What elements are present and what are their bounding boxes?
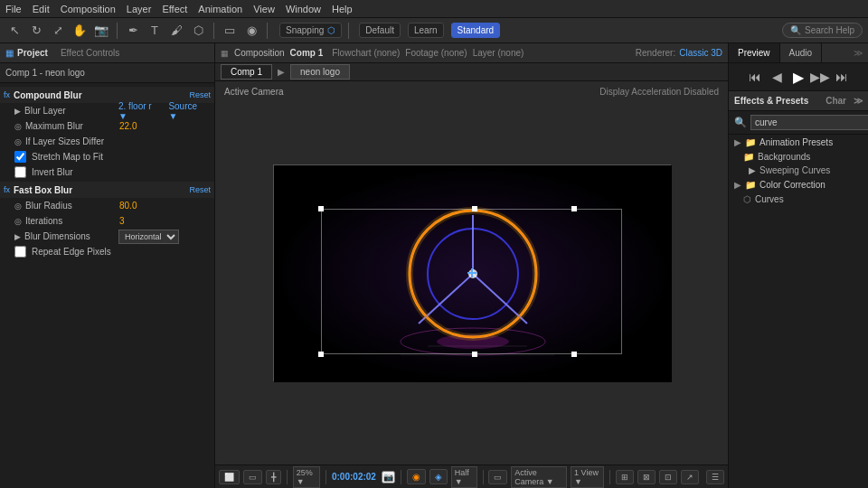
vc-guide[interactable]: ╋ — [266, 470, 281, 484]
transform-handle-bm[interactable] — [472, 352, 477, 357]
text-tool[interactable]: T — [146, 22, 164, 40]
stamp-tool[interactable]: ⬡ — [189, 22, 207, 40]
stretch-map-checkbox[interactable] — [14, 151, 26, 163]
viewer-camera-label: Active Camera — [224, 87, 284, 97]
effect-controls-panel[interactable]: fx Compound Blur Reset ▶ Blur Layer 2. f… — [0, 83, 214, 488]
menu-help[interactable]: Help — [332, 4, 353, 14]
transform-handle-tm[interactable] — [472, 206, 477, 211]
comp-tab-comp1[interactable]: Comp 1 — [221, 64, 272, 80]
blur-layer-value[interactable]: 2. floor r ▼ — [118, 101, 161, 121]
brush-tool[interactable]: 🖌 — [167, 22, 185, 40]
blur-layer-twirl[interactable]: ▶ — [14, 107, 21, 116]
blur-radius-twirl[interactable]: ◎ — [14, 202, 22, 211]
blur-radius-value[interactable]: 80.0 — [119, 201, 137, 211]
left-panel: ▦ Project Effect Controls Comp 1 - neon … — [0, 43, 215, 488]
blur-layer-label: Blur Layer — [24, 106, 115, 116]
scale-tool[interactable]: ⤢ — [49, 22, 67, 40]
audio-tab[interactable]: Audio — [780, 43, 823, 62]
search-box[interactable]: 🔍 Search Help — [782, 23, 863, 38]
vc-channels[interactable]: ⊡ — [659, 470, 677, 484]
layer-label: Layer (none) — [473, 48, 524, 58]
fast-box-blur-enable[interactable]: fx — [4, 185, 10, 194]
mode-standard[interactable]: Standard — [451, 23, 501, 38]
pc-play[interactable]: ▶ — [790, 69, 807, 85]
camera-tool[interactable]: 📷 — [92, 22, 110, 40]
sweeping-curves-item[interactable]: ▶ Sweeping Curves — [729, 164, 868, 177]
iterations-twirl[interactable]: ◎ — [14, 217, 22, 226]
invert-blur-checkbox[interactable] — [14, 166, 26, 178]
puppet-tool[interactable]: ◉ — [242, 22, 260, 40]
effects-search-input[interactable] — [750, 115, 868, 130]
curves-item[interactable]: ⬡ Curves — [729, 192, 868, 206]
menu-composition[interactable]: Composition — [61, 4, 116, 14]
vc-panel-menu[interactable]: ☰ — [706, 470, 724, 484]
vc-color[interactable]: ◉ — [407, 469, 426, 484]
pc-last[interactable]: ⏭ — [834, 69, 850, 85]
toolbar-separator-2 — [213, 23, 214, 39]
fast-box-blur-reset[interactable]: Reset — [189, 185, 211, 194]
repeat-edge-checkbox[interactable] — [14, 246, 26, 258]
mode-learn[interactable]: Learn — [408, 23, 444, 38]
layer-sizes-twirl[interactable]: ◎ — [14, 137, 22, 146]
preview-tab[interactable]: Preview — [729, 43, 780, 62]
pc-first[interactable]: ⏮ — [747, 69, 763, 85]
vc-safe[interactable]: ⊞ — [616, 470, 634, 484]
vc-expand[interactable]: ⬜ — [219, 470, 240, 484]
layer-sizes-label: If Layer Sizes Differ — [25, 136, 116, 146]
blur-dim-select[interactable]: Horizontal — [118, 230, 179, 244]
vc-snap[interactable]: ↗ — [681, 470, 699, 484]
rp-expand[interactable]: ≫ — [854, 48, 868, 58]
comp-tab-neon[interactable]: neon logo — [290, 64, 350, 80]
color-correction-label: Color Correction — [760, 180, 826, 190]
vc-quality[interactable]: ◈ — [429, 469, 448, 484]
max-blur-value[interactable]: 22.0 — [119, 121, 137, 131]
camera-select[interactable]: Active Camera ▼ — [511, 466, 567, 488]
snapping-toggle[interactable]: Snapping ⬡ — [279, 23, 342, 38]
animation-presets-icon: 📁 — [745, 137, 756, 147]
viewer-timecode[interactable]: 0:00:02:02 — [332, 472, 376, 482]
blur-layer-source[interactable]: Source ▼ — [168, 101, 207, 121]
transform-handle-bl[interactable] — [318, 352, 324, 357]
viewer[interactable]: Active Camera Display Acceleration Disab… — [215, 81, 728, 465]
zoom-select[interactable]: 25% ▼ — [293, 466, 320, 488]
blur-dim-twirl[interactable]: ▶ — [14, 232, 21, 241]
max-blur-prop: ◎ Maximum Blur 22.0 — [0, 118, 214, 134]
pc-prev[interactable]: ◀ — [769, 69, 785, 85]
view-count-select[interactable]: 1 View ▼ — [571, 466, 604, 488]
transform-handle-br[interactable] — [571, 352, 577, 357]
vc-camera-btn[interactable]: 📷 — [382, 471, 395, 483]
vc-res[interactable]: ▭ — [488, 470, 507, 484]
compound-blur-reset[interactable]: Reset — [189, 90, 211, 99]
pc-next[interactable]: ▶▶ — [812, 69, 828, 85]
rotate-tool[interactable]: ↻ — [27, 22, 45, 40]
pen-tool[interactable]: ✒ — [124, 22, 142, 40]
transform-handle-tr[interactable] — [571, 206, 577, 211]
shape-tool[interactable]: ▭ — [221, 22, 239, 40]
pan-tool[interactable]: ✋ — [71, 22, 89, 40]
backgrounds-item[interactable]: 📁 Backgrounds — [729, 150, 868, 164]
max-blur-twirl[interactable]: ◎ — [14, 122, 22, 131]
curves-label: Curves — [755, 194, 784, 204]
menu-effect[interactable]: Effect — [162, 4, 187, 14]
menu-layer[interactable]: Layer — [127, 4, 152, 14]
compound-blur-enable[interactable]: fx — [4, 90, 10, 99]
comp-name-text: Comp 1 - neon logo — [5, 68, 85, 78]
menu-edit[interactable]: Edit — [33, 4, 50, 14]
menu-animation[interactable]: Animation — [198, 4, 242, 14]
effect-controls-header: Effect Controls — [61, 48, 119, 58]
curves-icon: ⬡ — [743, 194, 751, 204]
menu-file[interactable]: File — [5, 4, 22, 14]
transform-handle-tl[interactable] — [318, 206, 324, 211]
iterations-value[interactable]: 3 — [119, 216, 125, 226]
select-tool[interactable]: ↖ — [5, 22, 24, 40]
quality-select[interactable]: Half ▼ — [451, 466, 477, 488]
vc-region[interactable]: ▭ — [243, 470, 262, 484]
fast-box-blur-header: fx Fast Box Blur Reset — [0, 182, 214, 198]
color-correction-section[interactable]: ▶ 📁 Color Correction — [729, 177, 868, 192]
animation-presets-section[interactable]: ▶ 📁 Animation Presets — [729, 135, 868, 150]
vc-grid[interactable]: ⊠ — [637, 470, 656, 484]
mode-default[interactable]: Default — [359, 23, 401, 38]
menu-view[interactable]: View — [253, 4, 275, 14]
ep-expand[interactable]: ≫ — [854, 96, 863, 106]
menu-window[interactable]: Window — [286, 4, 321, 14]
